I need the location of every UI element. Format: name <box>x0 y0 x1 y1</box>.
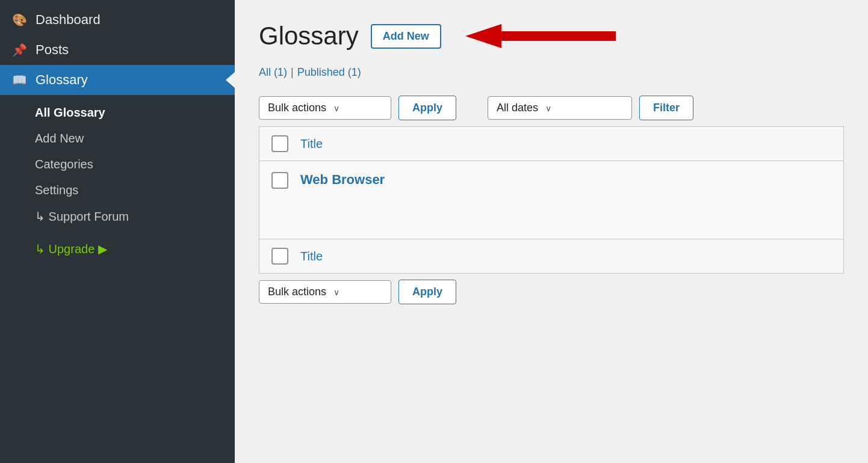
column-title-footer: Title <box>300 250 323 263</box>
add-new-button[interactable]: Add New <box>371 24 441 49</box>
filter-separator: | <box>291 66 294 79</box>
all-dates-label: All dates <box>497 102 538 114</box>
bulk-actions-select-bottom[interactable]: Bulk actions ∨ <box>259 280 391 304</box>
submenu-item-support-forum[interactable]: ↳ Support Forum <box>0 203 235 230</box>
sidebar-item-label: Dashboard <box>36 12 101 28</box>
table-header-row: Title <box>259 127 843 161</box>
main-content: Glossary Add New All (1) | Published (1)… <box>235 0 868 463</box>
apply-button-bottom[interactable]: Apply <box>398 280 456 304</box>
sidebar-item-posts[interactable]: 📌 Posts <box>0 35 235 65</box>
sidebar-item-dashboard[interactable]: 🎨 Dashboard <box>0 5 235 35</box>
filter-links: All (1) | Published (1) <box>259 66 844 79</box>
chevron-down-icon: ∨ <box>333 103 339 113</box>
posts-icon: 📌 <box>12 43 27 57</box>
apply-button-top[interactable]: Apply <box>398 96 456 120</box>
glossary-icon: 📖 <box>12 73 27 87</box>
dashboard-icon: 🎨 <box>12 13 27 27</box>
sidebar-item-label: Posts <box>36 42 69 58</box>
active-indicator <box>226 72 235 88</box>
sidebar: 🎨 Dashboard 📌 Posts 📖 Glossary All Gloss… <box>0 0 235 463</box>
select-all-checkbox-bottom[interactable] <box>271 248 288 265</box>
filter-link-all[interactable]: All (1) <box>259 66 287 79</box>
row-title-web-browser[interactable]: Web Browser <box>300 172 385 188</box>
red-arrow-icon <box>465 18 622 54</box>
svg-rect-0 <box>501 31 616 41</box>
arrow-annotation <box>465 18 622 54</box>
sidebar-item-label: Glossary <box>36 72 88 88</box>
submenu-item-settings[interactable]: Settings <box>0 177 235 203</box>
submenu-item-all-glossary[interactable]: All Glossary <box>0 100 235 126</box>
select-all-checkbox[interactable] <box>271 135 288 152</box>
sidebar-item-glossary[interactable]: 📖 Glossary <box>0 65 235 95</box>
page-header: Glossary Add New <box>259 18 844 54</box>
bulk-actions-label-bottom: Bulk actions <box>268 286 326 298</box>
table-row: Web Browser <box>259 161 843 239</box>
sidebar-upgrade[interactable]: ↳ Upgrade ▶ <box>0 235 235 263</box>
bottom-toolbar: Bulk actions ∨ Apply <box>259 274 844 310</box>
row-checkbox[interactable] <box>271 172 288 189</box>
sidebar-submenu: All Glossary Add New Categories Settings… <box>0 95 235 235</box>
chevron-down-icon: ∨ <box>333 287 339 297</box>
svg-marker-1 <box>465 24 501 48</box>
glossary-table: Title Web Browser Title <box>259 126 844 274</box>
bulk-actions-select[interactable]: Bulk actions ∨ <box>259 96 391 120</box>
table-footer-row: Title <box>259 239 843 273</box>
bulk-actions-label: Bulk actions <box>268 102 326 114</box>
column-title-header: Title <box>300 137 323 151</box>
filter-link-published[interactable]: Published (1) <box>297 66 361 79</box>
page-title: Glossary <box>259 22 359 51</box>
top-toolbar: Bulk actions ∨ Apply All dates ∨ Filter <box>259 90 844 126</box>
filter-button[interactable]: Filter <box>639 96 693 120</box>
submenu-item-categories[interactable]: Categories <box>0 152 235 177</box>
all-dates-select[interactable]: All dates ∨ <box>488 96 632 120</box>
submenu-item-add-new[interactable]: Add New <box>0 126 235 152</box>
chevron-down-icon: ∨ <box>545 103 551 113</box>
